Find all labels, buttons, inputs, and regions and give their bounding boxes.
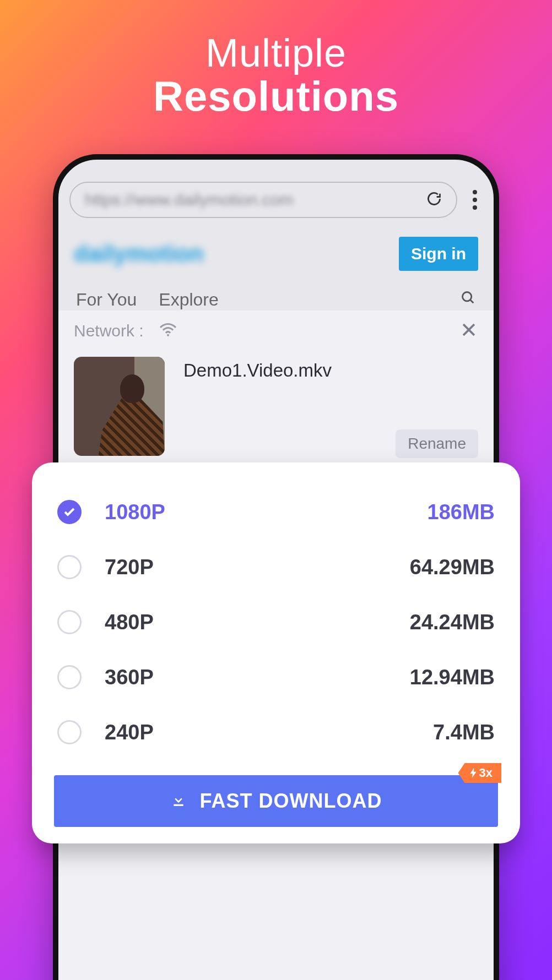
option-size: 186MB [427,500,495,524]
video-thumbnail[interactable] [74,357,165,456]
radio-unchecked-icon [57,665,82,689]
svg-point-0 [463,292,472,301]
badge-text: 3x [479,766,493,780]
option-size: 7.4MB [433,721,495,744]
radio-unchecked-icon [57,720,82,744]
file-row: Demo1.Video.mkv Rename [58,347,494,466]
option-size: 64.29MB [410,556,495,579]
radio-unchecked-icon [57,610,82,634]
resolution-card: 1080P 186MB 720P 64.29MB 480P 24.24MB 36… [32,462,520,843]
close-icon[interactable] [459,320,478,341]
url-text: https://www.dailymotion.com [85,190,293,209]
download-wrap: 3x FAST DOWNLOAD [54,775,498,827]
option-720p[interactable]: 720P 64.29MB [54,540,498,595]
hero-line2: Resolutions [0,72,552,120]
tab-for-you[interactable]: For You [76,290,137,310]
option-240p[interactable]: 240P 7.4MB [54,705,498,760]
option-label: 360P [105,666,154,689]
tab-row: For You Explore [69,271,483,310]
menu-icon[interactable] [467,190,483,210]
radio-checked-icon [57,500,82,524]
download-label: FAST DOWNLOAD [200,790,382,813]
download-icon [170,790,187,813]
radio-unchecked-icon [57,555,82,579]
option-label: 480P [105,611,154,634]
fast-download-button[interactable]: FAST DOWNLOAD [54,775,498,827]
option-480p[interactable]: 480P 24.24MB [54,595,498,650]
speed-badge: 3x [458,763,501,783]
site-header: dailymotion Sign in [69,237,483,271]
file-name: Demo1.Video.mkv [183,360,332,381]
hero-line1: Multiple [0,30,552,75]
network-label: Network : [74,322,144,340]
option-size: 12.94MB [410,666,495,689]
svg-rect-2 [174,804,183,806]
tab-explore[interactable]: Explore [159,290,219,310]
option-1080p[interactable]: 1080P 186MB [54,484,498,540]
option-label: 1080P [105,500,165,524]
hero-title: Multiple Resolutions [0,0,552,120]
option-size: 24.24MB [410,611,495,634]
option-label: 720P [105,556,154,579]
option-label: 240P [105,721,154,744]
address-bar[interactable]: https://www.dailymotion.com [69,182,457,218]
search-icon[interactable] [461,290,476,310]
site-logo: dailymotion [74,241,204,267]
reload-icon[interactable] [426,191,442,209]
wifi-icon [158,322,178,340]
option-360p[interactable]: 360P 12.94MB [54,650,498,705]
address-row: https://www.dailymotion.com [69,182,483,218]
signin-button[interactable]: Sign in [399,237,478,271]
svg-point-1 [167,334,169,336]
rename-button[interactable]: Rename [396,429,478,458]
